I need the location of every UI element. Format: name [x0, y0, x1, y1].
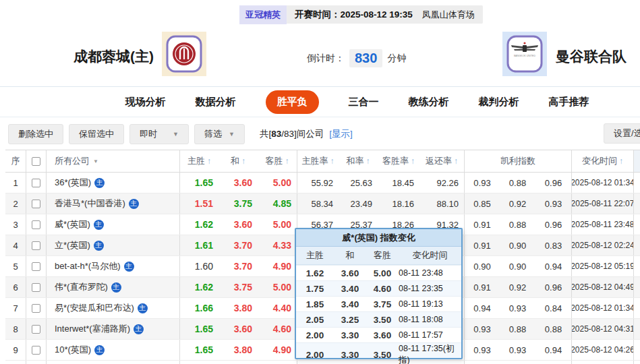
row-checkbox[interactable]	[32, 220, 40, 229]
kelly-index: 0.88	[500, 319, 535, 339]
away-rate: 18.45	[378, 173, 419, 193]
company-cell: Interwet*(塞浦路斯)主	[46, 319, 179, 339]
row-extra	[633, 235, 640, 255]
history-home-odds: 1.75	[296, 281, 334, 296]
kelly-index: 0.96	[535, 277, 571, 297]
draw-odds: 3.70	[219, 235, 258, 255]
popup-col-0: 主胜	[296, 247, 334, 264]
away-team-logo: BANGKOK UNITED	[502, 32, 547, 76]
kelly-index: 0.94	[535, 256, 571, 276]
table-row[interactable]: 2香港马*(中国香港)主1.513.754.8558.3423.4918.168…	[5, 193, 640, 214]
sort-asc-icon[interactable]: ↑	[241, 156, 245, 166]
host-badge: 主	[94, 220, 104, 230]
show-link[interactable]: [显示]	[329, 128, 353, 140]
history-home-odds: 1.62	[296, 266, 334, 280]
tab-win-draw-loss[interactable]: 胜平负	[266, 90, 319, 114]
row-checkbox[interactable]	[32, 325, 40, 334]
popup-col-1: 和	[334, 247, 366, 264]
kelly-index: 0.90	[464, 256, 500, 276]
kelly-index: 0.93	[464, 340, 500, 360]
draw-odds: 3.80	[219, 298, 258, 318]
empty-cell	[5, 361, 26, 364]
col-change-time-label: 变化时间	[582, 155, 617, 167]
kelly-index: 0.84	[535, 298, 571, 318]
chevron-down-icon[interactable]: ▼	[93, 158, 98, 164]
row-seq: 6	[5, 277, 26, 297]
history-home-odds: 2.05	[296, 312, 334, 327]
col-return-rate-label: 返还率	[426, 155, 452, 167]
kelly-index: 0.93	[464, 319, 500, 339]
league-badge[interactable]: 亚冠精英	[239, 5, 287, 24]
row-checkbox[interactable]	[32, 179, 40, 187]
sort-asc-icon[interactable]: ↑	[619, 156, 623, 166]
home-rate: 55.92	[297, 173, 339, 193]
popup-col-2: 客胜	[366, 247, 399, 264]
history-draw-odds: 3.40	[334, 297, 366, 311]
tab-expert-recommend[interactable]: 高手推荐	[549, 96, 589, 109]
sort-asc-icon[interactable]: ↑	[285, 156, 289, 166]
home-rate: 58.34	[297, 193, 339, 214]
change-time: 2025-08-12 05:19	[571, 256, 633, 276]
row-seq: 9	[5, 340, 26, 360]
home-odds: 1.51	[179, 193, 219, 214]
change-time: 2025-08-12 02:24	[571, 235, 633, 255]
select-all-checkbox[interactable]	[32, 157, 40, 166]
tab-data-analysis[interactable]: 数据分析	[196, 96, 236, 109]
sort-asc-icon[interactable]: ↑	[207, 156, 211, 166]
header-checkbox-cell	[26, 150, 46, 172]
row-checkbox[interactable]	[32, 200, 40, 208]
row-checkbox-cell	[26, 298, 46, 318]
away-team-name: 曼谷联合队	[556, 47, 627, 66]
row-checkbox-cell	[26, 235, 46, 255]
sort-asc-icon[interactable]: ↑	[411, 156, 415, 166]
filter-dropdown[interactable]: 筛选 ▼	[194, 124, 245, 144]
change-time: 2025-08-12 01:34	[571, 173, 633, 193]
popup-title: 威*(英国) 指数变化	[296, 229, 461, 247]
countdown-value: 830	[349, 49, 382, 67]
sort-asc-icon[interactable]: ↑	[454, 156, 458, 166]
row-checkbox-cell	[26, 214, 46, 235]
row-extra	[633, 319, 640, 339]
sort-asc-icon[interactable]: ↑	[330, 156, 334, 166]
row-checkbox[interactable]	[32, 304, 40, 313]
instant-dropdown[interactable]: 即时 ▼	[129, 124, 189, 144]
row-checkbox-cell	[26, 193, 46, 214]
col-kelly: 凯利指数	[464, 150, 571, 172]
col-change-time: 变化时间↑	[571, 150, 633, 172]
row-checkbox[interactable]	[32, 283, 40, 292]
history-draw-odds: 3.30	[334, 328, 366, 342]
away-rate: 18.16	[378, 193, 419, 214]
history-change-time: 08-11 23:48	[399, 266, 461, 280]
kelly-index: 0.83	[535, 235, 571, 255]
settings-button[interactable]: 设置/选择	[604, 123, 640, 144]
kelly-index: 0.91	[464, 235, 500, 255]
host-badge: 主	[111, 282, 121, 293]
sort-asc-icon[interactable]: ↑	[366, 156, 370, 166]
row-checkbox[interactable]	[32, 241, 40, 250]
tab-live-analysis[interactable]: 现场分析	[125, 96, 166, 109]
host-badge: 主	[94, 178, 105, 188]
table-row[interactable]: 136*(英国)主1.653.605.0055.9225.6318.4592.2…	[5, 173, 640, 193]
history-draw-odds: 3.25	[334, 312, 366, 327]
history-away-odds: 3.50	[366, 312, 399, 327]
change-time: 2025-08-12 04:26	[571, 340, 633, 360]
kelly-index: 0.92	[500, 277, 535, 297]
row-seq: 4	[5, 235, 26, 255]
scrollbar-track[interactable]	[633, 150, 640, 172]
row-checkbox[interactable]	[32, 346, 40, 355]
empty-cell	[219, 361, 258, 364]
col-kelly-label: 凯利指数	[500, 155, 535, 167]
company-name: Interwet*(塞浦路斯)	[55, 323, 130, 335]
keep-selected-button[interactable]: 保留选中	[69, 124, 124, 144]
away-odds: 4.90	[258, 256, 297, 276]
history-away-odds: 3.50	[366, 343, 399, 364]
row-checkbox[interactable]	[32, 262, 40, 271]
tab-coach-analysis[interactable]: 教练分析	[409, 96, 449, 109]
tab-referee-analysis[interactable]: 裁判分析	[479, 96, 519, 109]
return-rate: 92.26	[419, 173, 464, 193]
empty-cell	[464, 361, 500, 364]
delete-selected-button[interactable]: 删除选中	[8, 124, 63, 144]
tab-three-in-one[interactable]: 三合一	[349, 96, 379, 109]
row-seq: 8	[5, 319, 26, 339]
kelly-index: 0.94	[535, 340, 571, 360]
